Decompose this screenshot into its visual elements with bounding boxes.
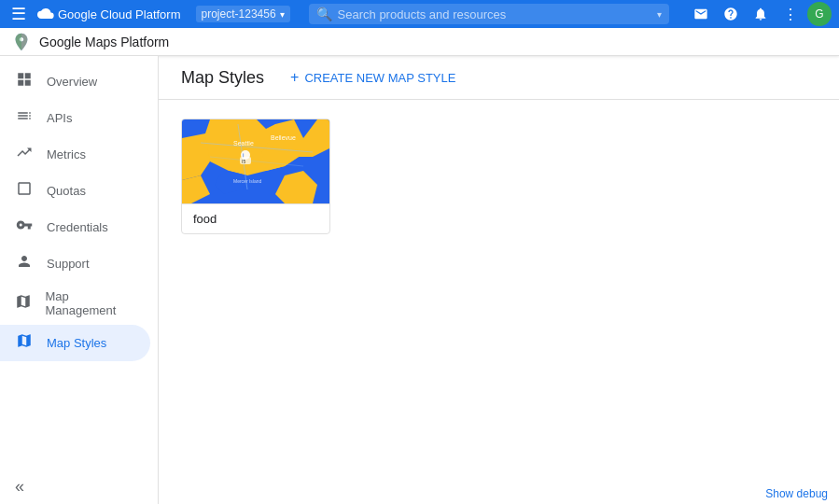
overview-icon [15,71,34,92]
support-icon [15,253,34,274]
create-plus-icon: + [290,69,299,86]
search-bar: 🔍 ▾ [309,4,669,24]
debug-link[interactable]: Show debug [754,483,839,504]
create-new-map-style-button[interactable]: + CREATE NEW MAP STYLE [283,65,463,90]
svg-text:Bellevue: Bellevue [271,134,296,141]
sidebar-item-credentials[interactable]: Credentials [0,209,150,245]
sidebar-item-overview[interactable]: Overview [0,63,150,100]
sidebar-item-apis-label: APIs [47,111,72,125]
sidebar-navigation: Overview APIs Metrics Quotas [0,63,158,469]
search-input[interactable] [338,7,651,21]
top-navigation-bar: ☰ Google Cloud Platform project-123456 ▾… [0,0,839,28]
map-styles-icon [15,332,34,354]
search-dropdown-icon[interactable]: ▾ [657,9,662,20]
platform-logo: Google Cloud Platform [37,7,181,21]
svg-text:Mercer Island: Mercer Island [233,178,262,184]
create-btn-label: CREATE NEW MAP STYLE [304,71,455,85]
main-layout: Overview APIs Metrics Quotas [0,56,839,504]
map-card-food[interactable]: Seattle Bellevue i I5 Mercer Island food [181,119,330,234]
sidebar-item-support-label: Support [47,257,90,271]
sidebar-item-quotas[interactable]: Quotas [0,173,150,209]
map-thumbnail: Seattle Bellevue i I5 Mercer Island [182,119,330,203]
content-header: Map Styles + CREATE NEW MAP STYLE [159,56,839,100]
main-content: Map Styles + CREATE NEW MAP STYLE [159,56,839,504]
help-icon[interactable] [718,1,744,27]
sidebar-item-metrics-label: Metrics [47,147,86,161]
sidebar-item-apis[interactable]: APIs [0,100,150,136]
sidebar-item-overview-label: Overview [47,75,97,89]
quotas-icon [15,180,34,202]
sidebar-item-map-management-label: Map Management [45,289,135,317]
map-cards-grid: Seattle Bellevue i I5 Mercer Island food [159,100,839,253]
svg-text:Seattle: Seattle [233,140,254,147]
maps-platform-title: Google Maps Platform [39,35,169,49]
svg-text:I5: I5 [242,159,245,164]
sidebar: Overview APIs Metrics Quotas [0,56,159,504]
credentials-icon [15,217,34,238]
project-selector[interactable]: project-123456 ▾ [196,6,290,22]
apis-icon [15,107,34,129]
dropdown-arrow: ▾ [280,9,285,20]
page-title: Map Styles [181,68,264,88]
map-card-label: food [182,203,329,233]
sidebar-collapse-button[interactable]: « [0,469,158,504]
sidebar-item-support[interactable]: Support [0,245,150,282]
map-management-icon [15,293,32,315]
sidebar-item-map-styles[interactable]: Map Styles [0,325,150,361]
sidebar-item-metrics[interactable]: Metrics [0,136,150,173]
cloud-icon [37,8,54,20]
more-options-icon[interactable]: ⋮ [777,1,804,27]
top-bar-actions: ⋮ G [688,1,832,27]
notifications-icon[interactable] [748,1,774,27]
map-thumbnail-svg: Seattle Bellevue i I5 Mercer Island [182,119,330,203]
menu-icon[interactable]: ☰ [7,4,30,24]
project-name: project-123456 [202,7,276,21]
sidebar-item-map-management[interactable]: Map Management [0,282,150,325]
sidebar-item-quotas-label: Quotas [47,184,86,198]
sidebar-item-credentials-label: Credentials [47,220,108,234]
metrics-icon [15,144,34,165]
sidebar-item-map-styles-label: Map Styles [47,336,106,350]
avatar[interactable]: G [807,2,832,26]
maps-pin-icon [11,32,32,52]
email-icon[interactable] [688,1,714,27]
search-icon: 🔍 [316,7,332,21]
platform-title: Google Cloud Platform [58,7,181,21]
maps-platform-bar: Google Maps Platform [0,28,839,56]
